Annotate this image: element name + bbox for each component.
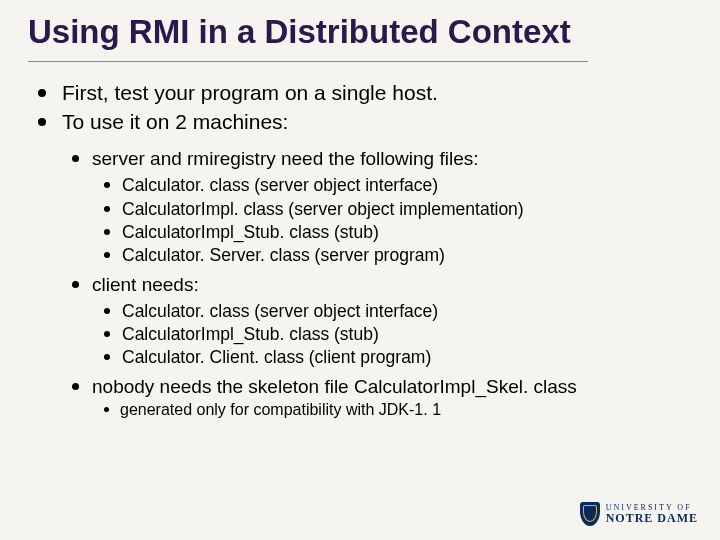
bullet-item: generated only for compatibility with JD… bbox=[92, 400, 692, 420]
slide: Using RMI in a Distributed Context First… bbox=[0, 0, 720, 421]
shield-icon bbox=[580, 502, 600, 526]
bullet-sublist: generated only for compatibility with JD… bbox=[92, 400, 692, 420]
bullet-item: client needs: Calculator. class (server … bbox=[62, 273, 692, 369]
bullet-list: First, test your program on a single hos… bbox=[28, 80, 692, 421]
bullet-item: CalculatorImpl_Stub. class (stub) bbox=[92, 221, 692, 243]
bullet-text: First, test your program on a single hos… bbox=[62, 81, 438, 104]
bullet-item: Calculator. Server. class (server progra… bbox=[92, 244, 692, 266]
bullet-text: Calculator. class (server object interfa… bbox=[122, 301, 438, 321]
bullet-item: Calculator. class (server object interfa… bbox=[92, 174, 692, 196]
bullet-text: nobody needs the skeleton file Calculato… bbox=[92, 376, 577, 397]
bullet-item: CalculatorImpl_Stub. class (stub) bbox=[92, 323, 692, 345]
bullet-text: generated only for compatibility with JD… bbox=[120, 401, 441, 418]
bullet-sublist: Calculator. class (server object interfa… bbox=[92, 174, 692, 267]
bullet-text: Calculator. Server. class (server progra… bbox=[122, 245, 445, 265]
bullet-sublist: Calculator. class (server object interfa… bbox=[92, 300, 692, 369]
slide-title: Using RMI in a Distributed Context bbox=[28, 14, 588, 62]
bullet-text: CalculatorImpl_Stub. class (stub) bbox=[122, 324, 379, 344]
bullet-text: Calculator. Client. class (client progra… bbox=[122, 347, 431, 367]
bullet-text: CalculatorImpl. class (server object imp… bbox=[122, 199, 524, 219]
university-logo: UNIVERSITY OF NOTRE DAME bbox=[580, 502, 698, 526]
bullet-item: nobody needs the skeleton file Calculato… bbox=[62, 375, 692, 421]
logo-line2: NOTRE DAME bbox=[606, 512, 698, 524]
bullet-item: server and rmiregistry need the followin… bbox=[62, 147, 692, 266]
bullet-text: CalculatorImpl_Stub. class (stub) bbox=[122, 222, 379, 242]
bullet-text: client needs: bbox=[92, 274, 199, 295]
bullet-item: Calculator. class (server object interfa… bbox=[92, 300, 692, 322]
bullet-item: First, test your program on a single hos… bbox=[28, 80, 692, 106]
bullet-item: To use it on 2 machines: server and rmir… bbox=[28, 109, 692, 421]
logo-text: UNIVERSITY OF NOTRE DAME bbox=[606, 504, 698, 524]
bullet-sublist: server and rmiregistry need the followin… bbox=[62, 147, 692, 420]
bullet-text: To use it on 2 machines: bbox=[62, 110, 288, 133]
bullet-item: CalculatorImpl. class (server object imp… bbox=[92, 198, 692, 220]
bullet-item: Calculator. Client. class (client progra… bbox=[92, 346, 692, 368]
bullet-text: Calculator. class (server object interfa… bbox=[122, 175, 438, 195]
bullet-text: server and rmiregistry need the followin… bbox=[92, 148, 479, 169]
